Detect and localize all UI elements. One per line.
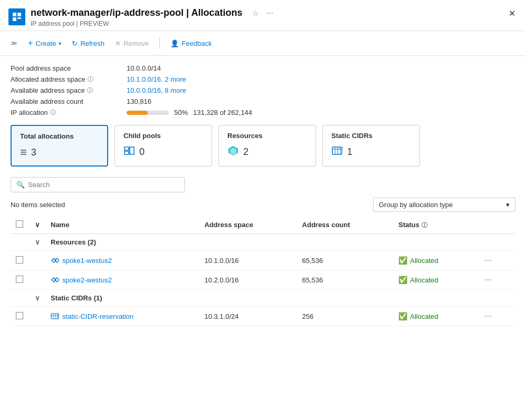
stat-card-resources-value: 2 xyxy=(227,145,307,159)
row-name-cell: spoke1-westus2 xyxy=(45,251,199,270)
ip-allocation-label: IP allocation ⓘ xyxy=(11,109,127,116)
row-status-cell: ✅ Allocated xyxy=(393,270,476,290)
cidr-icon xyxy=(331,145,343,159)
refresh-button[interactable]: ↻ Refresh xyxy=(68,36,109,51)
search-input[interactable] xyxy=(28,181,179,189)
row-checkbox[interactable] xyxy=(16,312,23,319)
group-name-resources: Resources (2) xyxy=(45,234,515,251)
create-icon: + xyxy=(28,38,33,48)
group-chevron-icon: ∨ xyxy=(35,238,40,246)
row-address-space-cell: 10.1.0.0/16 xyxy=(199,251,297,270)
group-chevron-cell[interactable]: ∨ xyxy=(30,234,45,251)
progress-percentage: 50% xyxy=(174,109,188,116)
refresh-icon: ↻ xyxy=(72,40,78,47)
status-badge: ✅ Allocated xyxy=(398,256,471,265)
group-chevron-cell[interactable]: ∨ xyxy=(30,290,45,307)
status-check-icon: ✅ xyxy=(398,276,407,284)
vnet-icon xyxy=(51,276,59,284)
allocated-space-info-icon[interactable]: ⓘ xyxy=(88,75,93,83)
row-more-button[interactable]: ··· xyxy=(481,255,494,266)
search-container[interactable]: 🔍 xyxy=(11,177,185,192)
status-badge: ✅ Allocated xyxy=(398,276,471,284)
page-header: network-manager/ip-address-pool | Alloca… xyxy=(0,0,526,31)
spoke2-name: spoke2-westus2 xyxy=(62,276,112,284)
allocated-space-label: Allocated address space ⓘ xyxy=(11,75,127,83)
row-check-cell[interactable] xyxy=(11,270,30,290)
feedback-button[interactable]: 👤 Feedback xyxy=(166,36,216,51)
group-by-chevron-icon: ▾ xyxy=(506,201,510,209)
table-row: spoke2-westus2 10.2.0.0/16 65,536 ✅ Allo… xyxy=(11,270,515,290)
group-by-label: Group by allocation type xyxy=(379,201,453,209)
stat-cards-row: Total allocations ≡ 3 Child pools xyxy=(11,125,515,167)
select-all-header[interactable] xyxy=(11,216,30,234)
stat-card-child-pools[interactable]: Child pools 0 xyxy=(114,125,212,167)
ip-allocation-info-icon[interactable]: ⓘ xyxy=(50,109,56,116)
row-status-cell: ✅ Allocated xyxy=(393,251,476,270)
row-address-count-cell: 65,536 xyxy=(297,270,394,290)
svg-rect-0 xyxy=(13,13,16,16)
row-check-cell[interactable] xyxy=(11,307,30,326)
pool-address-space-label: Pool address space xyxy=(11,64,127,72)
app-icon xyxy=(8,8,25,25)
stat-card-child-pools-count: 0 xyxy=(139,146,145,158)
row-more-cell[interactable]: ··· xyxy=(476,307,515,326)
group-row-resources: ∨ Resources (2) xyxy=(11,234,515,251)
stat-card-resources-count: 2 xyxy=(243,146,248,158)
available-space-value[interactable]: 10.0.0.0/16, 8 more xyxy=(127,86,515,94)
remove-button[interactable]: ✕ Remove xyxy=(111,36,153,51)
table-row: static-CIDR-reservation 10.3.1.0/24 256 … xyxy=(11,307,515,326)
stat-card-total[interactable]: Total allocations ≡ 3 xyxy=(11,125,108,167)
stat-card-resources-title: Resources xyxy=(227,132,307,140)
row-indent-cell xyxy=(30,307,45,326)
row-more-button[interactable]: ··· xyxy=(481,274,494,286)
list-icon: ≡ xyxy=(20,145,27,159)
pool-address-space-value: 10.0.0.0/14 xyxy=(127,64,515,72)
row-indent-cell xyxy=(30,270,45,290)
stat-card-total-count: 3 xyxy=(31,147,36,158)
create-chevron-icon: ▾ xyxy=(59,41,61,46)
no-items-selected-label: No items selected xyxy=(11,201,65,209)
expand-panel-button[interactable]: ≫ xyxy=(8,37,20,49)
favorite-button[interactable]: ☆ xyxy=(250,7,261,19)
close-button[interactable]: ✕ xyxy=(506,6,518,21)
row-more-cell[interactable]: ··· xyxy=(476,251,515,270)
resource-icon xyxy=(227,145,239,159)
create-button[interactable]: + Create ▾ xyxy=(24,35,65,51)
status-info-icon[interactable]: ⓘ xyxy=(422,222,427,228)
available-count-label: Available address count xyxy=(11,97,127,105)
group-by-button[interactable]: Group by allocation type ▾ xyxy=(373,198,515,212)
status-badge: ✅ Allocated xyxy=(398,312,471,320)
expand-all-icon: ∨ xyxy=(35,221,40,229)
row-more-cell[interactable]: ··· xyxy=(476,270,515,290)
resource-link-static-cidr[interactable]: static-CIDR-reservation xyxy=(51,312,194,320)
more-options-button[interactable]: ··· xyxy=(264,6,275,20)
search-icon: 🔍 xyxy=(16,181,25,189)
row-more-button[interactable]: ··· xyxy=(481,310,494,322)
stat-card-static-cidrs[interactable]: Static CIDRs 1 xyxy=(322,125,420,167)
status-label: Allocated xyxy=(410,276,438,284)
row-checkbox[interactable] xyxy=(16,256,23,263)
row-checkbox[interactable] xyxy=(16,276,23,283)
refresh-label: Refresh xyxy=(80,40,104,47)
svg-rect-4 xyxy=(125,147,129,150)
info-grid: Pool address space 10.0.0.0/14 Allocated… xyxy=(11,64,515,116)
page-subtitle: IP address pool | PREVIEW xyxy=(31,20,501,27)
table-toolbar: No items selected Group by allocation ty… xyxy=(11,198,515,212)
svg-rect-5 xyxy=(125,151,129,154)
resource-link-spoke1[interactable]: spoke1-westus2 xyxy=(51,256,194,265)
stat-card-resources[interactable]: Resources 2 xyxy=(218,125,316,167)
stat-card-child-pools-value: 0 xyxy=(123,145,203,159)
status-label: Allocated xyxy=(410,257,438,265)
allocated-space-value[interactable]: 10.1.0.0/16, 2 more xyxy=(127,75,515,83)
feedback-label: Feedback xyxy=(181,40,212,47)
resource-link-spoke2[interactable]: spoke2-westus2 xyxy=(51,276,194,284)
remove-icon: ✕ xyxy=(115,40,121,47)
select-all-checkbox[interactable] xyxy=(16,220,23,228)
available-space-info-icon[interactable]: ⓘ xyxy=(87,86,93,94)
row-address-count-cell: 256 xyxy=(297,307,394,326)
status-column-header: Status ⓘ xyxy=(393,216,476,234)
row-check-cell[interactable] xyxy=(11,251,30,270)
name-column-header: Name xyxy=(45,216,199,234)
title-prefix: network-manager/ip-address-pool xyxy=(31,7,184,18)
expand-all-header[interactable]: ∨ xyxy=(30,216,45,234)
